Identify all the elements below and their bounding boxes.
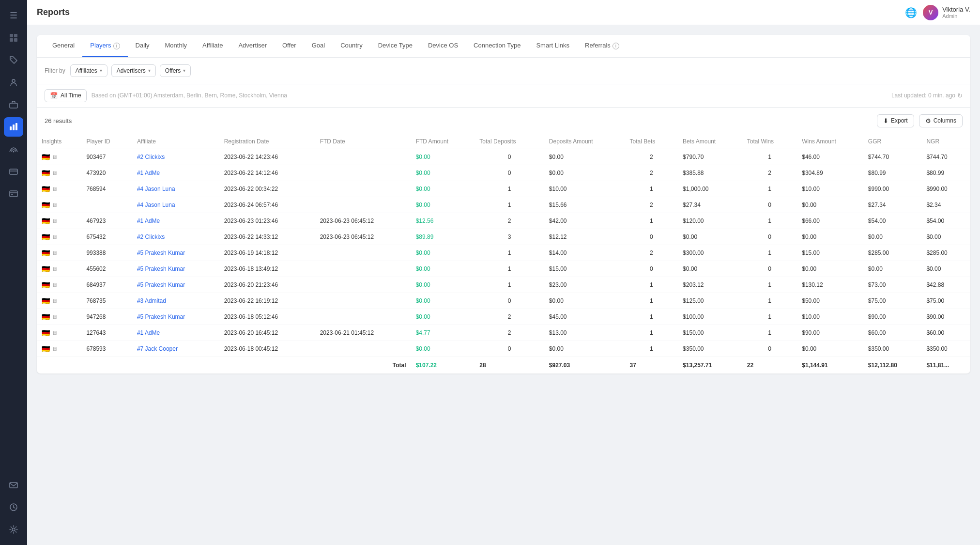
cell-ftd-amount: $0.00 (411, 149, 475, 165)
tab-affiliate[interactable]: Affiliate (195, 35, 230, 57)
user-name: Viktoria V. (942, 6, 970, 13)
cell-affiliate[interactable]: #4 Jason Luna (132, 181, 219, 197)
affiliate-link[interactable]: #5 Prakesh Kumar (137, 313, 185, 320)
tab-advertiser[interactable]: Advertiser (230, 35, 275, 57)
cell-insights: 🇩🇪🖥 (37, 293, 81, 309)
dashboard-icon[interactable] (4, 28, 23, 47)
tab-device-type[interactable]: Device Type (370, 35, 420, 57)
tab-info-icon[interactable]: i (612, 43, 619, 49)
tab-offer[interactable]: Offer (275, 35, 304, 57)
affiliate-link[interactable]: #2 Clickixs (137, 154, 165, 160)
cell-player-id: 903467 (81, 149, 132, 165)
card2-icon[interactable] (4, 184, 23, 203)
cell-total-wins: 1 (742, 309, 797, 325)
table-row: 🇩🇪🖥455602#5 Prakesh Kumar2023-06-18 13:4… (37, 261, 970, 277)
cell-reg-date: 2023-06-22 14:33:12 (219, 229, 315, 245)
cell-player-id: 473920 (81, 165, 132, 181)
affiliate-link[interactable]: #2 Clickixs (137, 234, 165, 240)
cell-reg-date: 2023-06-20 21:23:46 (219, 277, 315, 293)
cell-affiliate[interactable]: #4 Jason Luna (132, 197, 219, 213)
affiliate-link[interactable]: #1 AdMe (137, 218, 160, 224)
reports-card: GeneralPlayersiDailyMonthlyAffiliateAdve… (37, 35, 970, 374)
affiliate-link[interactable]: #4 Jason Luna (137, 186, 175, 192)
tab-goal[interactable]: Goal (304, 35, 333, 57)
mail-icon[interactable] (4, 475, 23, 495)
cell-total-wins: 0 (742, 261, 797, 277)
signal-icon[interactable] (4, 140, 23, 159)
cell-affiliate[interactable]: #7 Jack Cooper (132, 341, 219, 357)
cell-affiliate[interactable]: #1 AdMe (132, 213, 219, 229)
cell-ngr: $90.00 (921, 309, 970, 325)
cell-ngr: $744.70 (921, 149, 970, 165)
menu-icon[interactable]: ☰ (4, 6, 23, 25)
affiliate-link[interactable]: #3 Admitad (137, 297, 166, 304)
tab-referrals[interactable]: Referralsi (577, 35, 627, 57)
affiliate-link[interactable]: #5 Prakesh Kumar (137, 281, 185, 288)
export-button[interactable]: ⬇ Export (877, 114, 914, 127)
affiliate-link[interactable]: #1 AdMe (137, 170, 160, 176)
cell-reg-date: 2023-06-22 00:34:22 (219, 181, 315, 197)
cell-ggr: $285.00 (863, 245, 922, 261)
cell-reg-date: 2023-06-20 16:45:12 (219, 325, 315, 341)
tab-smart-links[interactable]: Smart Links (528, 35, 577, 57)
cell-affiliate[interactable]: #2 Clickixs (132, 149, 219, 165)
globe-icon[interactable]: 🌐 (905, 7, 917, 18)
tag-icon[interactable] (4, 50, 23, 70)
chart-bar-icon[interactable] (4, 117, 23, 137)
user-menu[interactable]: V Viktoria V. Admin (923, 5, 970, 20)
table-row: 🇩🇪🖥768735#3 Admitad2023-06-22 16:19:12$0… (37, 293, 970, 309)
cell-affiliate[interactable]: #5 Prakesh Kumar (132, 261, 219, 277)
filter-advertisers[interactable]: Advertisers▾ (111, 64, 156, 77)
cell-insights: 🇩🇪🖥 (37, 213, 81, 229)
tab-monthly[interactable]: Monthly (157, 35, 195, 57)
user-icon[interactable] (4, 73, 23, 92)
card-icon[interactable] (4, 162, 23, 181)
tab-connection-type[interactable]: Connection Type (466, 35, 528, 57)
tab-general[interactable]: General (45, 35, 82, 57)
cell-affiliate[interactable]: #5 Prakesh Kumar (132, 277, 219, 293)
affiliate-link[interactable]: #4 Jason Luna (137, 202, 175, 208)
tab-daily[interactable]: Daily (128, 35, 157, 57)
cell-total-bets: 0 (625, 229, 678, 245)
col-total-wins: Total Wins (742, 134, 797, 149)
cell-ftd-date (315, 181, 411, 197)
flag-icon: 🇩🇪 (42, 153, 50, 161)
affiliate-link[interactable]: #5 Prakesh Kumar (137, 265, 185, 272)
cell-bets-amount: $150.00 (678, 325, 742, 341)
cell-ftd-date (315, 341, 411, 357)
filter-affiliates[interactable]: Affiliates▾ (70, 64, 107, 77)
tab-country[interactable]: Country (333, 35, 370, 57)
col-ftd-amount: FTD Amount (411, 134, 475, 149)
svg-rect-13 (10, 191, 17, 197)
affiliate-link[interactable]: #5 Prakesh Kumar (137, 249, 185, 256)
table-row: 🇩🇪🖥684937#5 Prakesh Kumar2023-06-20 21:2… (37, 277, 970, 293)
cell-deposits-amount: $15.00 (544, 261, 625, 277)
columns-button[interactable]: ⚙ Columns (919, 114, 963, 127)
tab-info-icon[interactable]: i (113, 43, 120, 49)
refresh-icon[interactable]: ↻ (957, 92, 963, 99)
flag-icon: 🇩🇪 (42, 185, 50, 193)
settings-icon[interactable] (4, 520, 23, 539)
cell-affiliate[interactable]: #5 Prakesh Kumar (132, 245, 219, 261)
cell-affiliate[interactable]: #5 Prakesh Kumar (132, 309, 219, 325)
cell-affiliate[interactable]: #1 AdMe (132, 325, 219, 341)
cell-affiliate[interactable]: #3 Admitad (132, 293, 219, 309)
tab-players[interactable]: Playersi (82, 35, 127, 57)
col-ggr: GGR (863, 134, 922, 149)
cell-affiliate[interactable]: #2 Clickixs (132, 229, 219, 245)
cell-reg-date: 2023-06-22 14:23:46 (219, 149, 315, 165)
cell-wins-amount: $304.89 (797, 165, 863, 181)
filter-offers[interactable]: Offers▾ (160, 64, 191, 77)
history-icon[interactable] (4, 498, 23, 517)
table-foot: Total$107.2228$927.0337$13,257.7122$1,14… (37, 357, 970, 374)
briefcase-icon[interactable] (4, 95, 23, 114)
col-ngr: NGR (921, 134, 970, 149)
date-range-button[interactable]: 📅 All Time (45, 89, 87, 102)
cell-affiliate[interactable]: #1 AdMe (132, 165, 219, 181)
tab-device-os[interactable]: Device OS (420, 35, 466, 57)
page-title: Reports (37, 7, 899, 17)
affiliate-link[interactable]: #1 AdMe (137, 329, 160, 336)
affiliate-link[interactable]: #7 Jack Cooper (137, 345, 178, 352)
cell-ftd-amount: $0.00 (411, 261, 475, 277)
svg-point-18 (12, 528, 15, 531)
